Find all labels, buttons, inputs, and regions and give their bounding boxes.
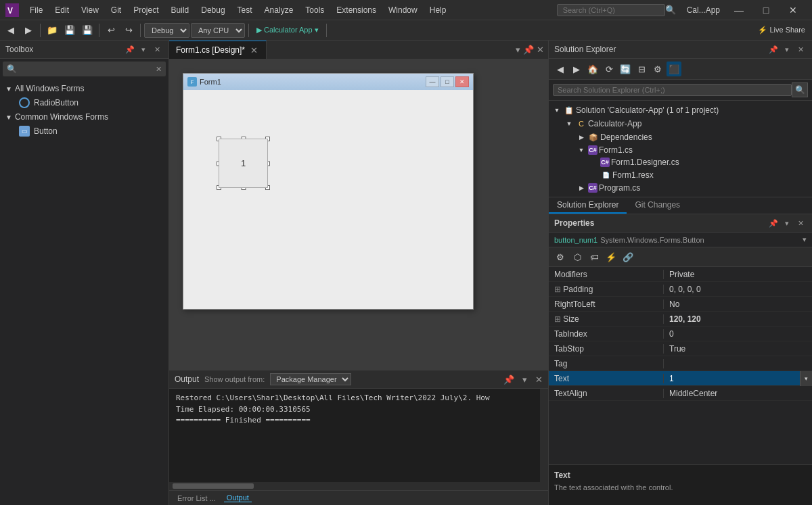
output-scrollbar-h[interactable] (169, 482, 548, 490)
tab-git-changes[interactable]: Git Changes (627, 197, 688, 214)
run-button[interactable]: ▶ Calculator App ▾ (252, 24, 323, 36)
menu-view[interactable]: View (76, 4, 104, 16)
tree-item-programcs[interactable]: C# Program.cs (549, 182, 812, 194)
form1cs-arrow[interactable] (576, 147, 587, 153)
se-sync-btn[interactable]: ⟳ (602, 62, 616, 76)
menu-window[interactable]: Window (383, 4, 423, 16)
props-btn-3[interactable]: 🏷 (587, 249, 602, 264)
scrollbar-thumb-h[interactable] (173, 483, 254, 489)
prop-row-righttoleft[interactable]: RightToLeft No (549, 297, 812, 312)
programcs-arrow[interactable] (576, 185, 587, 191)
maximize-button[interactable]: □ (752, 0, 780, 20)
output-menu-btn[interactable]: ▾ (522, 375, 527, 385)
toolbox-search-input[interactable]: button (20, 64, 153, 74)
toolbox-item-radiobutton[interactable]: RadioButton (0, 95, 168, 110)
menu-build[interactable]: Build (166, 4, 195, 16)
form-close-btn[interactable]: ✕ (455, 76, 469, 87)
toolbox-item-button[interactable]: ▭ Button (0, 124, 168, 139)
se-active-btn[interactable]: ⬛ (667, 62, 681, 76)
tree-item-form1resx[interactable]: 📄 Form1.resx (549, 168, 812, 182)
se-refresh-btn[interactable]: 🔄 (618, 62, 633, 76)
solution-arrow[interactable] (551, 107, 562, 114)
menu-file[interactable]: File (24, 4, 48, 16)
props-close-btn[interactable]: ✕ (794, 217, 807, 229)
props-btn-4[interactable]: ⚡ (604, 249, 618, 264)
title-search-input[interactable] (557, 4, 665, 16)
toolbox-group-all-windows-forms[interactable]: ▼ All Windows Forms (0, 82, 168, 95)
tab-pin-btn[interactable]: 📌 (523, 45, 534, 55)
live-share-button[interactable]: ⚡ Live Share (754, 24, 809, 36)
redo-btn[interactable]: ↪ (120, 22, 137, 39)
designer-tab[interactable]: Form1.cs [Design]* ✕ (169, 41, 267, 59)
footer-tab-output[interactable]: Output (224, 494, 252, 502)
props-btn-1[interactable]: ⚙ (553, 249, 568, 264)
toolbox-menu-btn[interactable]: ▾ (137, 43, 150, 55)
saveall-btn[interactable]: 💾 (79, 22, 95, 39)
footer-tab-errors[interactable]: Error List ... (175, 494, 219, 502)
minimize-button[interactable]: — (725, 0, 752, 20)
tree-item-form1designer[interactable]: C# Form1.Designer.cs (549, 156, 812, 168)
se-pin-btn[interactable]: 📌 (767, 43, 780, 55)
menu-help[interactable]: Help (424, 4, 452, 16)
se-settings-btn[interactable]: ⚙ (650, 62, 665, 76)
se-search-btn[interactable]: 🔍 (792, 82, 808, 97)
menu-test[interactable]: Test (232, 4, 258, 16)
menu-git[interactable]: Git (106, 4, 127, 16)
se-back-btn[interactable]: ◀ (553, 62, 568, 76)
props-pin-btn[interactable]: 📌 (767, 217, 780, 229)
forward-btn[interactable]: ▶ (20, 22, 37, 39)
tree-item-project[interactable]: C Calculator-App (549, 117, 812, 130)
cpu-dropdown[interactable]: Any CPU (191, 23, 245, 38)
prop-row-tag[interactable]: Tag (549, 356, 812, 371)
se-search-input[interactable] (553, 84, 792, 96)
save-btn[interactable]: 💾 (62, 22, 78, 39)
props-btn-2[interactable]: ⬡ (570, 249, 585, 264)
menu-project[interactable]: Project (128, 4, 164, 16)
form-minimize-btn[interactable]: — (426, 76, 439, 87)
prop-row-tabstop[interactable]: TabStop True (549, 341, 812, 356)
undo-btn[interactable]: ↩ (103, 22, 119, 39)
open-btn[interactable]: 📁 (44, 22, 60, 39)
prop-row-padding[interactable]: ⊞ Padding 0, 0, 0, 0 (549, 282, 812, 297)
prop-row-tabindex[interactable]: TabIndex 0 (549, 327, 812, 341)
se-forward-btn[interactable]: ▶ (569, 62, 584, 76)
se-home-btn[interactable]: 🏠 (585, 62, 600, 76)
prop-row-modifiers[interactable]: Modifiers Private (549, 267, 812, 282)
tab-close-all-btn[interactable]: ✕ (537, 45, 544, 55)
props-menu-btn[interactable]: ▾ (781, 217, 793, 229)
props-btn-5[interactable]: 🔗 (621, 249, 635, 264)
close-button[interactable]: ✕ (780, 0, 807, 20)
designer-tab-close[interactable]: ✕ (249, 45, 259, 55)
toolbox-close-btn[interactable]: ✕ (151, 43, 163, 55)
menu-analyze[interactable]: Analyze (259, 4, 299, 16)
output-scrollbar-v[interactable] (540, 389, 548, 482)
tab-dropdown-btn[interactable]: ▾ (516, 45, 520, 55)
output-close-btn[interactable]: ✕ (535, 375, 543, 385)
tree-item-dependencies[interactable]: 📦 Dependencies (549, 130, 812, 144)
project-arrow[interactable] (564, 120, 574, 127)
toolbox-pin-btn[interactable]: 📌 (124, 43, 136, 55)
se-collapseall-btn[interactable]: ⊟ (634, 62, 649, 76)
se-menu-btn[interactable]: ▾ (781, 43, 793, 55)
config-dropdown[interactable]: Debug (144, 23, 189, 38)
text-dropdown-btn[interactable]: ▾ (800, 371, 812, 386)
menu-edit[interactable]: Edit (49, 4, 74, 16)
toolbox-group-common-windows-forms[interactable]: ▼ Common Windows Forms (0, 110, 168, 124)
prop-row-textalign[interactable]: TextAlign MiddleCenter (549, 386, 812, 401)
menu-tools[interactable]: Tools (300, 4, 330, 16)
menu-extensions[interactable]: Extensions (331, 4, 382, 16)
design-button[interactable]: 1 (219, 139, 268, 188)
deps-arrow[interactable] (576, 134, 587, 141)
toolbox-clear-btn[interactable]: ✕ (156, 65, 162, 74)
tab-solution-explorer[interactable]: Solution Explorer (549, 197, 627, 214)
prop-row-size[interactable]: ⊞ Size 120, 120 (549, 312, 812, 327)
output-pin-btn[interactable]: 📌 (503, 375, 514, 385)
props-type-dropdown[interactable]: ▾ (803, 235, 807, 244)
form-maximize-btn[interactable]: □ (441, 76, 454, 87)
se-close-btn[interactable]: ✕ (794, 43, 807, 55)
back-btn[interactable]: ◀ (3, 22, 19, 39)
output-source-select[interactable]: Package Manager (270, 373, 351, 385)
prop-row-text[interactable]: Text 1 ▾ (549, 371, 812, 386)
tree-item-form1cs[interactable]: C# Form1.cs (549, 144, 812, 156)
menu-debug[interactable]: Debug (196, 4, 230, 16)
